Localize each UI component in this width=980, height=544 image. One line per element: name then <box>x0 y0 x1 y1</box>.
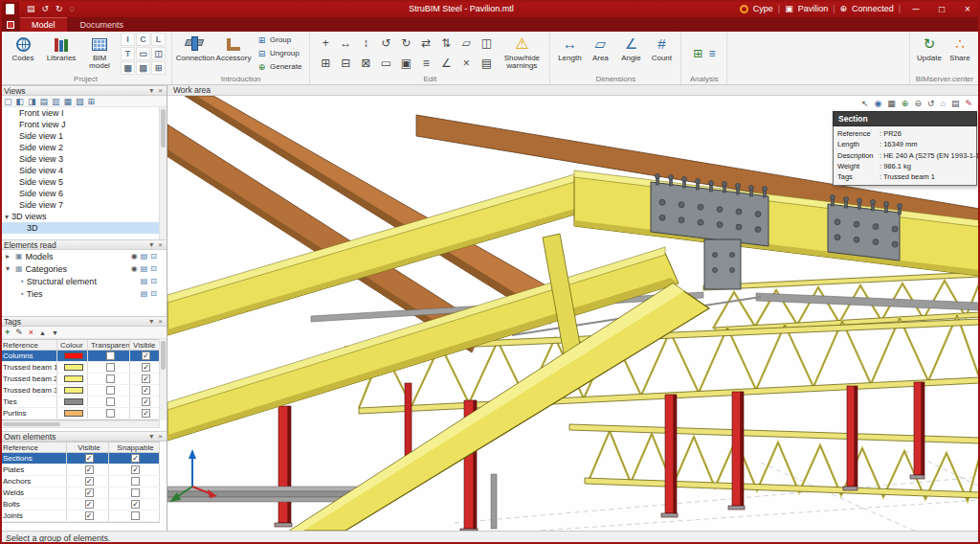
own-row-joints[interactable]: Joints ✓ <box>0 510 160 522</box>
count-button[interactable]: # Count <box>648 34 675 62</box>
view-right-icon[interactable]: ◨ <box>28 97 36 106</box>
views-scrollbar[interactable] <box>159 107 167 239</box>
view-group-3d-views[interactable]: ▾ 3D views <box>0 211 167 222</box>
project-name-label[interactable]: Pavilion <box>798 4 829 13</box>
visible-checkbox[interactable]: ✓ <box>85 488 94 497</box>
codes-button[interactable]: Codes <box>6 34 40 62</box>
elements-item-ties[interactable]: ▪ Ties ▤ ⊡ <box>0 287 167 300</box>
print-icon[interactable]: ⊡ <box>150 277 157 285</box>
own-elements-collapse-icon[interactable]: ▾ <box>149 432 153 441</box>
edit-view-icon[interactable]: ✎ <box>965 99 972 108</box>
delete-tag-icon[interactable]: × <box>29 328 33 337</box>
col-colour[interactable]: Colour <box>57 340 88 350</box>
update-button[interactable]: ↻ Update <box>916 34 943 62</box>
colour-swatch[interactable] <box>64 398 83 405</box>
colour-swatch[interactable] <box>64 387 83 394</box>
snappable-checkbox[interactable] <box>131 511 140 520</box>
view-item-side-1[interactable]: Side view 1 <box>0 130 167 142</box>
home-view-icon[interactable]: ⌂ <box>941 99 946 108</box>
view-item-front-j[interactable]: Front view J <box>0 119 167 130</box>
ungroup-button[interactable]: ⊟Ungroup <box>255 47 303 59</box>
views-collapse-icon[interactable]: ▾ <box>149 86 153 95</box>
i-profile-icon[interactable]: I <box>121 33 135 46</box>
c-profile-icon[interactable]: C <box>136 33 150 46</box>
edit-region-icon[interactable]: ▣ <box>396 54 415 73</box>
edit-align-icon[interactable]: ⇅ <box>436 34 456 53</box>
view-left-icon[interactable]: ◧ <box>16 97 25 106</box>
edit-array-icon[interactable]: ⊞ <box>316 54 335 73</box>
tab-model[interactable]: Model <box>20 17 67 32</box>
length-button[interactable]: ↔ Length <box>556 34 583 62</box>
view-item-3d[interactable]: 3D <box>0 222 167 234</box>
gusset-plate[interactable] <box>704 239 741 289</box>
tag-row-trussed-beam-1[interactable]: Trussed beam 1 ✓ <box>0 362 160 374</box>
col-reference[interactable]: Reference <box>0 442 67 452</box>
visibility-eye-icon[interactable]: ◉ <box>131 264 138 273</box>
tags-h-scrollbar[interactable] <box>0 420 160 428</box>
visible-checkbox[interactable]: ✓ <box>85 511 94 520</box>
tags-v-scrollbar-thumb[interactable] <box>161 341 166 370</box>
tag-row-columns[interactable]: Columns ✓ <box>0 351 160 362</box>
own-row-welds[interactable]: Welds ✓ <box>0 487 160 499</box>
zoom-in-icon[interactable]: ⊕ <box>902 99 909 108</box>
l-profile-icon[interactable]: L <box>151 33 166 46</box>
view-item-front-i[interactable]: Front view I <box>0 107 167 119</box>
move-up-icon[interactable]: ▲ <box>39 329 46 336</box>
tags-collapse-icon[interactable]: ▾ <box>149 317 153 326</box>
visible-checkbox[interactable]: ✓ <box>85 500 94 509</box>
save-icon[interactable]: ▤ <box>27 4 35 13</box>
view-add-icon[interactable]: ⊞ <box>88 97 96 106</box>
redo-icon[interactable]: ↻ <box>56 4 63 13</box>
print-icon[interactable]: ⊡ <box>150 289 157 298</box>
view-bottom-icon[interactable]: ▥ <box>52 97 60 106</box>
view-iso-icon[interactable]: ▦ <box>64 97 73 106</box>
move-down-icon[interactable]: ▼ <box>52 329 58 336</box>
print-view-icon[interactable]: ▤ <box>951 99 960 108</box>
print-icon[interactable]: ⊡ <box>150 252 157 261</box>
chevron-right-icon[interactable]: ▸ <box>6 252 12 261</box>
analysis-table-icon[interactable]: ⊞ <box>693 47 702 60</box>
edit-move-icon[interactable]: + <box>316 34 335 53</box>
plate-icon[interactable]: ▭ <box>136 47 150 60</box>
grid-icon[interactable]: ▦ <box>121 61 135 75</box>
connection-button[interactable]: Connection <box>178 34 212 62</box>
edit-tag-icon[interactable]: ✎ <box>15 328 23 337</box>
edit-erase-icon[interactable]: × <box>457 54 476 73</box>
edit-subtract-icon[interactable]: ⊟ <box>336 54 355 73</box>
edit-rotate-right-icon[interactable]: ↻ <box>396 34 415 53</box>
angle-button[interactable]: ∠ Angle <box>617 34 644 62</box>
view-item-side-4[interactable]: Side view 4 <box>0 165 167 176</box>
views-scrollbar-thumb[interactable] <box>161 109 166 147</box>
snappable-checkbox[interactable]: ✓ <box>131 454 140 463</box>
minimize-button[interactable]: ─ <box>905 0 926 17</box>
own-row-plates[interactable]: Plates ✓ ✓ <box>0 465 160 476</box>
view-section-icon[interactable]: ▧ <box>76 97 84 106</box>
tags-h-scrollbar-thumb[interactable] <box>3 422 60 426</box>
colour-swatch[interactable] <box>64 375 83 382</box>
snappable-checkbox[interactable]: ✓ <box>131 465 140 474</box>
elements-item-models[interactable]: ▸ ▣ Models ◉ ▤ ⊡ <box>0 250 167 262</box>
visible-checkbox[interactable]: ✓ <box>142 397 150 406</box>
elements-item-structural-element[interactable]: ▪ Structural element ▤ ⊡ <box>0 275 167 287</box>
tag-row-purlins[interactable]: Purlins ✓ <box>0 408 160 419</box>
edit-mirror-v-icon[interactable]: ↕ <box>356 34 375 53</box>
col-snappable[interactable]: Snappable <box>109 442 160 452</box>
transparent-checkbox[interactable] <box>106 351 115 360</box>
area-button[interactable]: ▱ Area <box>587 34 613 62</box>
col-visible[interactable]: Visible <box>130 340 160 350</box>
bim-model-button[interactable]: BIM model <box>82 34 117 71</box>
brand-label[interactable]: Cype <box>753 4 773 13</box>
elements-item-categories[interactable]: ▾ ▦ Categories ◉ ▤ ⊡ <box>0 262 167 275</box>
lock-icon[interactable]: ▤ <box>141 289 148 298</box>
edit-offset-icon[interactable]: ▱ <box>457 34 476 53</box>
transparent-checkbox[interactable] <box>106 409 115 418</box>
lock-icon[interactable]: ▤ <box>141 264 148 273</box>
show-hide-warnings-button[interactable]: ⚠ Show/hide warnings <box>500 34 544 71</box>
visibility-eye-icon[interactable]: ◉ <box>131 252 138 261</box>
tag-row-trussed-beam-3[interactable]: Trussed beam 3 ✓ <box>0 385 160 397</box>
edit-rectangle-icon[interactable]: ▭ <box>376 54 395 73</box>
visible-checkbox[interactable]: ✓ <box>142 386 150 395</box>
view-item-side-7[interactable]: Side view 7 <box>0 199 167 211</box>
tab-documents[interactable]: Documents <box>69 17 136 32</box>
undo-icon[interactable]: ↺ <box>42 4 50 13</box>
